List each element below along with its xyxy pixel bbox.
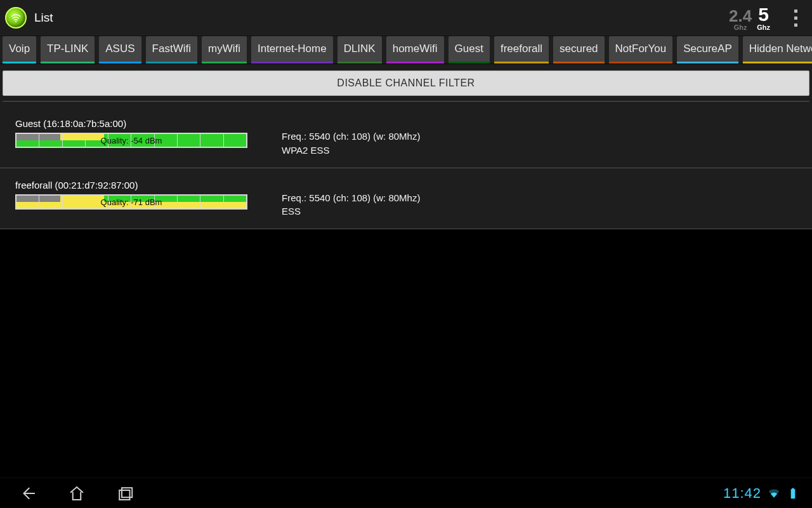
- ssid-tab-label: homeWifi: [393, 43, 438, 55]
- svg-rect-1: [119, 490, 129, 500]
- network-frequency: Freq.: 5540 (ch: 108) (w: 80Mhz): [282, 130, 797, 144]
- svg-rect-3: [791, 489, 796, 498]
- app-icon: [5, 7, 27, 29]
- wifi-status-icon: [768, 487, 780, 500]
- ssid-tab[interactable]: Voip: [3, 36, 36, 64]
- network-title: freeforall (00:21:d7:92:87:00): [15, 180, 282, 190]
- ssid-tabs: VoipTP-LINKASUSFastWifimyWifiInternet-Ho…: [0, 36, 812, 64]
- svg-point-0: [15, 21, 16, 22]
- ssid-tab[interactable]: SecureAP: [677, 36, 738, 64]
- home-button[interactable]: [61, 478, 93, 509]
- ssid-tab-label: FastWifi: [152, 43, 191, 55]
- disable-channel-filter-button[interactable]: DISABLE CHANNEL FILTER: [3, 70, 809, 96]
- battery-status-icon: [787, 487, 799, 500]
- ssid-tab[interactable]: freeforall: [494, 36, 549, 64]
- band-2-4ghz[interactable]: 2.4 Ghz: [729, 8, 752, 31]
- filter-bar: DISABLE CHANNEL FILTER: [0, 64, 812, 107]
- band-toggle: 2.4 Ghz 5 Ghz: [729, 5, 770, 31]
- network-item[interactable]: Guest (16:18:0a:7b:5a:00)Quality: -54 dB…: [0, 107, 812, 168]
- page-title: List: [34, 11, 53, 25]
- network-frequency: Freq.: 5540 (ch: 108) (w: 80Mhz): [282, 191, 797, 205]
- ssid-tab[interactable]: homeWifi: [386, 36, 444, 64]
- ssid-tab-label: ASUS: [105, 43, 134, 55]
- clock: 11:42: [723, 485, 761, 502]
- ssid-tab[interactable]: secured: [553, 36, 604, 64]
- ssid-tab-label: freeforall: [501, 43, 542, 55]
- network-list: Guest (16:18:0a:7b:5a:00)Quality: -54 dB…: [0, 107, 812, 229]
- ssid-tab-label: Voip: [9, 43, 30, 55]
- ssid-tab-label: secured: [560, 43, 598, 55]
- network-item[interactable]: freeforall (00:21:d7:92:87:00)Quality: -…: [0, 168, 812, 230]
- status-area[interactable]: 11:42: [723, 485, 799, 502]
- band-5ghz[interactable]: 5 Ghz: [757, 5, 770, 31]
- ssid-tab[interactable]: DLINK: [337, 36, 382, 64]
- ssid-tab[interactable]: NotForYou: [609, 36, 673, 64]
- ssid-tab-label: DLINK: [344, 43, 376, 55]
- recent-apps-button[interactable]: [109, 478, 141, 509]
- signal-meter: Quality: -71 dBm: [15, 194, 247, 210]
- wifi-icon: [10, 12, 22, 23]
- ssid-tab[interactable]: FastWifi: [146, 36, 197, 64]
- ssid-tab-label: TP-LINK: [47, 43, 88, 55]
- ssid-tab[interactable]: Internet-Home: [251, 36, 333, 64]
- action-bar: List 2.4 Ghz 5 Ghz: [0, 0, 812, 36]
- ssid-tab[interactable]: ASUS: [99, 36, 141, 64]
- ssid-tab[interactable]: Hidden Network: [743, 36, 812, 64]
- ssid-tab[interactable]: TP-LINK: [41, 36, 95, 64]
- ssid-tab-label: myWifi: [208, 43, 240, 55]
- empty-area: [0, 229, 812, 478]
- back-button[interactable]: [13, 478, 44, 509]
- ssid-tab-label: Guest: [455, 43, 483, 55]
- signal-meter: Quality: -54 dBm: [15, 133, 247, 148]
- svg-rect-4: [792, 488, 794, 490]
- network-title: Guest (16:18:0a:7b:5a:00): [15, 118, 282, 129]
- network-security: ESS: [282, 204, 797, 218]
- ssid-tab-label: Internet-Home: [258, 43, 327, 55]
- ssid-tab[interactable]: Guest: [449, 36, 490, 64]
- ssid-tab-label: SecureAP: [683, 43, 732, 55]
- ssid-tab-label: Hidden Network: [749, 43, 812, 55]
- svg-rect-2: [122, 488, 132, 497]
- ssid-tab[interactable]: myWifi: [202, 36, 247, 64]
- network-security: WPA2 ESS: [282, 144, 797, 157]
- system-nav-bar: 11:42: [0, 478, 812, 508]
- overflow-menu-icon[interactable]: [784, 5, 807, 30]
- ssid-tab-label: NotForYou: [615, 43, 667, 55]
